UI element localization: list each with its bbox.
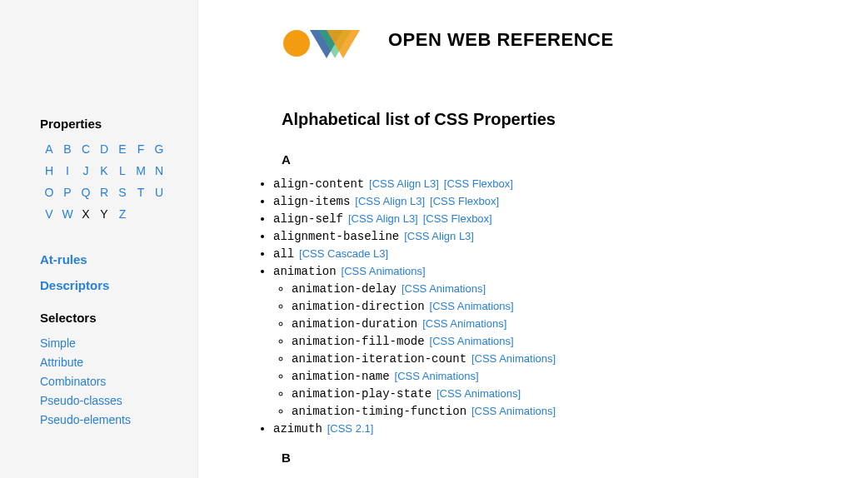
property-name[interactable]: align-items — [273, 195, 350, 208]
property-name[interactable]: animation-iteration-count — [292, 352, 466, 366]
spec-link[interactable]: [CSS Animations] — [422, 317, 506, 330]
spec-link[interactable]: [CSS Animations] — [342, 265, 426, 277]
property-item: alignment-baseline [CSS Align L3] — [273, 229, 868, 243]
property-item: animation [CSS Animations]animation-dela… — [273, 264, 868, 418]
alpha-letter-a[interactable]: A — [40, 142, 58, 156]
property-item: azimuth [CSS 2.1] — [273, 421, 868, 436]
property-item: animation-delay [CSS Animations] — [292, 281, 868, 296]
alpha-letter-r[interactable]: R — [95, 186, 113, 199]
spec-link[interactable]: [CSS Animations] — [430, 335, 514, 347]
selector-link-pseudo-classes[interactable]: Pseudo-classes — [40, 394, 197, 407]
spec-link[interactable]: [CSS Flexbox] — [444, 177, 513, 190]
alpha-letter-d[interactable]: D — [95, 142, 113, 156]
alpha-letter-l[interactable]: L — [113, 164, 132, 177]
property-item: animation-fill-mode [CSS Animations] — [292, 334, 868, 348]
property-name[interactable]: animation-direction — [292, 300, 425, 313]
property-item: animation-play-state [CSS Animations] — [292, 386, 868, 401]
spec-link[interactable]: [CSS Animations] — [471, 352, 556, 365]
logo-icon — [282, 20, 365, 60]
property-item: animation-name [CSS Animations] — [292, 369, 868, 383]
spec-link[interactable]: [CSS Animations] — [402, 282, 486, 295]
descriptors-link[interactable]: Descriptors — [40, 278, 197, 292]
at-rules-link[interactable]: At-rules — [40, 252, 197, 266]
site-title: OPEN WEB REFERENCE — [388, 29, 614, 51]
property-name[interactable]: azimuth — [273, 422, 322, 436]
alpha-letter-i[interactable]: I — [58, 164, 77, 177]
page-title: Alphabetical list of CSS Properties — [282, 110, 868, 129]
spec-link[interactable]: [CSS Animations] — [436, 387, 521, 400]
sub-property-list: animation-delay [CSS Animations]animatio… — [273, 281, 868, 418]
alpha-letter-y: Y — [95, 207, 113, 221]
spec-link[interactable]: [CSS Align L3] — [404, 230, 474, 242]
spec-link[interactable]: [CSS Animations] — [430, 300, 514, 312]
spec-link[interactable]: [CSS Align L3] — [355, 195, 425, 207]
property-item: animation-iteration-count [CSS Animation… — [292, 351, 868, 366]
property-name[interactable]: animation-delay — [292, 282, 397, 296]
property-name[interactable]: align-self — [273, 212, 343, 226]
property-name[interactable]: align-content — [273, 177, 364, 191]
letter-heading-a: A — [282, 152, 868, 167]
property-item: animation-duration [CSS Animations] — [292, 316, 868, 331]
property-item: align-self [CSS Align L3] [CSS Flexbox] — [273, 212, 868, 226]
property-name[interactable]: animation — [273, 265, 337, 278]
alpha-letter-z[interactable]: Z — [113, 207, 132, 221]
property-name[interactable]: all — [273, 247, 294, 261]
spec-link[interactable]: [CSS 2.1] — [327, 422, 374, 435]
selectors-heading: Selectors — [40, 311, 197, 325]
alpha-letter-s[interactable]: S — [113, 186, 132, 199]
alpha-letter-m[interactable]: M — [132, 164, 150, 177]
property-item: animation-direction [CSS Animations] — [292, 299, 868, 313]
spec-link[interactable]: [CSS Flexbox] — [430, 195, 499, 207]
property-item: all [CSS Cascade L3] — [273, 246, 868, 261]
selector-links-group: SimpleAttributeCombinatorsPseudo-classes… — [40, 336, 197, 426]
property-item: align-items [CSS Align L3] [CSS Flexbox] — [273, 194, 868, 208]
alpha-letter-u[interactable]: U — [150, 186, 168, 199]
content: Alphabetical list of CSS Properties A al… — [198, 110, 868, 465]
alpha-letter-e[interactable]: E — [113, 142, 132, 156]
alpha-letter-b[interactable]: B — [58, 142, 77, 156]
svg-point-0 — [283, 30, 310, 57]
sidebar: Properties ABCDEFGHIJKLMNOPQRSTUVWXYZ At… — [0, 0, 198, 478]
alpha-letter-o[interactable]: O — [40, 186, 58, 199]
property-name[interactable]: animation-timing-function — [292, 405, 466, 418]
property-name[interactable]: animation-play-state — [292, 387, 432, 401]
alpha-letter-w[interactable]: W — [58, 207, 77, 221]
main: OPEN WEB REFERENCE Alphabetical list of … — [198, 0, 868, 478]
header: OPEN WEB REFERENCE — [198, 20, 868, 60]
selector-link-combinators[interactable]: Combinators — [40, 375, 197, 388]
alpha-letter-j[interactable]: J — [77, 164, 95, 177]
spec-link[interactable]: [CSS Flexbox] — [423, 212, 492, 225]
property-name[interactable]: animation-fill-mode — [292, 335, 425, 348]
alpha-letter-p[interactable]: P — [58, 186, 77, 199]
alpha-letter-g[interactable]: G — [150, 142, 168, 156]
alpha-letter-c[interactable]: C — [77, 142, 95, 156]
spec-link[interactable]: [CSS Align L3] — [348, 212, 418, 225]
alpha-letter-k[interactable]: K — [95, 164, 113, 177]
alpha-index: ABCDEFGHIJKLMNOPQRSTUVWXYZ — [40, 142, 173, 229]
selector-link-attribute[interactable]: Attribute — [40, 356, 197, 369]
property-name[interactable]: animation-duration — [292, 317, 417, 331]
selector-link-simple[interactable]: Simple — [40, 336, 197, 350]
spec-link[interactable]: [CSS Animations] — [471, 405, 556, 417]
alpha-letter-h[interactable]: H — [40, 164, 58, 177]
selector-link-pseudo-elements[interactable]: Pseudo-elements — [40, 413, 197, 426]
alpha-letter-n[interactable]: N — [150, 164, 168, 177]
alpha-letter-t[interactable]: T — [132, 186, 150, 199]
property-item: animation-timing-function [CSS Animation… — [292, 404, 868, 418]
property-list-a: align-content [CSS Align L3] [CSS Flexbo… — [273, 177, 868, 436]
property-name[interactable]: alignment-baseline — [273, 230, 399, 243]
property-item: align-content [CSS Align L3] [CSS Flexbo… — [273, 177, 868, 191]
alpha-letter-q[interactable]: Q — [77, 186, 95, 199]
property-name[interactable]: animation-name — [292, 370, 390, 383]
spec-link[interactable]: [CSS Align L3] — [369, 177, 439, 190]
alpha-letter-v[interactable]: V — [40, 207, 58, 221]
alpha-letter-f[interactable]: F — [132, 142, 150, 156]
alpha-letter-x: X — [77, 207, 95, 221]
properties-heading: Properties — [40, 117, 197, 131]
nav-group: At-rules Descriptors — [40, 252, 197, 292]
spec-link[interactable]: [CSS Cascade L3] — [299, 247, 388, 260]
spec-link[interactable]: [CSS Animations] — [395, 370, 479, 382]
letter-heading-b: B — [282, 451, 868, 465]
